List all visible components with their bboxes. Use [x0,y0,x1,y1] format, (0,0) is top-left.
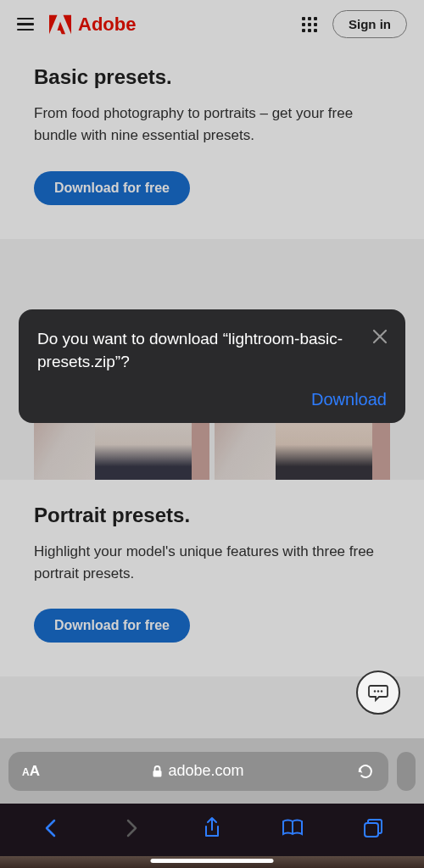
close-icon [372,329,388,344]
tabs-button[interactable] [360,815,387,842]
chat-button[interactable] [356,670,400,715]
chevron-left-icon [44,818,58,838]
url-domain: adobe.com [168,762,243,780]
tabs-icon [362,817,384,839]
reader-mode-button[interactable]: AA [22,763,40,780]
chat-icon [367,682,389,704]
svg-rect-3 [153,771,162,777]
share-button[interactable] [198,815,226,842]
svg-point-1 [377,690,379,692]
forward-button [118,815,145,842]
svg-point-2 [381,690,382,692]
reload-button[interactable] [356,762,375,781]
chevron-right-icon [125,818,138,838]
book-icon [281,818,304,838]
share-icon [203,816,221,840]
home-indicator[interactable] [151,859,274,863]
dialog-download-button[interactable]: Download [37,390,387,409]
dialog-message: Do you want to download “lightroom-basic… [37,328,387,373]
tab-peek-button[interactable] [397,752,416,791]
svg-rect-4 [365,823,378,837]
svg-point-0 [374,690,376,692]
address-bar[interactable]: AA adobe.com [8,752,388,791]
back-button[interactable] [37,815,64,842]
bookmarks-button[interactable] [279,815,306,842]
lock-icon [152,765,163,777]
download-dialog: Do you want to download “lightroom-basic… [19,309,405,423]
dialog-close-button[interactable] [368,325,392,348]
